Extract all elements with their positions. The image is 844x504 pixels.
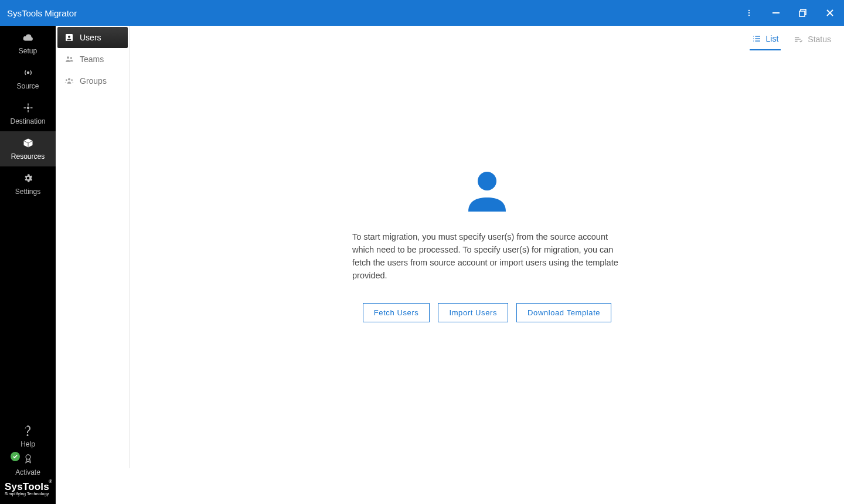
svg-point-32 [478, 172, 496, 190]
ribbon-icon [22, 453, 34, 465]
nav-help[interactable]: Help [0, 423, 56, 451]
groups-icon [64, 76, 74, 86]
app-title: SysTools Migrator [7, 8, 77, 18]
empty-state: To start migration, you must specify use… [352, 169, 622, 322]
svg-point-21 [66, 79, 67, 81]
logo-sub: Simplifying Technology [5, 492, 52, 496]
svg-point-1 [748, 12, 750, 13]
svg-point-0 [748, 10, 750, 11]
nav-label: Activate [15, 468, 40, 476]
empty-actions: Fetch Users Import Users Download Templa… [363, 303, 611, 322]
subnav-label: Groups [80, 76, 107, 86]
nav-setup[interactable]: Setup [0, 26, 56, 61]
account-box-icon [64, 33, 74, 42]
titlebar: SysTools Migrator [0, 0, 844, 26]
more-icon[interactable] [741, 5, 757, 21]
tab-status[interactable]: Status [791, 31, 833, 50]
main-content: List Status To start migration, you must… [130, 26, 844, 504]
logo-main: SysTools [5, 481, 52, 493]
tab-label: List [766, 34, 779, 43]
secondary-nav: Users Teams Groups [56, 26, 130, 468]
nav-activate[interactable]: Activate [0, 451, 56, 479]
nav-label: Destination [10, 117, 45, 125]
download-template-button[interactable]: Download Template [516, 303, 611, 322]
nav-label: Source [16, 82, 39, 90]
svg-point-8 [27, 72, 29, 74]
empty-instruction-text: To start migration, you must specify use… [352, 230, 622, 282]
window-controls [741, 5, 838, 21]
svg-point-18 [67, 56, 69, 59]
svg-point-2 [748, 15, 750, 16]
target-icon [22, 102, 34, 114]
svg-rect-5 [799, 11, 805, 16]
subnav-users[interactable]: Users [57, 27, 128, 48]
gear-icon [22, 172, 34, 184]
nav-destination[interactable]: Destination [0, 96, 56, 131]
nav-source[interactable]: Source [0, 61, 56, 96]
logo-reg: ® [49, 479, 52, 484]
check-badge-icon [11, 452, 20, 461]
nav-label: Help [21, 440, 35, 448]
tab-label: Status [808, 35, 831, 44]
user-large-icon [466, 169, 508, 214]
subnav-groups[interactable]: Groups [57, 70, 128, 91]
subnav-label: Users [80, 33, 101, 42]
svg-point-14 [26, 434, 28, 436]
maximize-icon[interactable] [795, 5, 811, 21]
svg-point-22 [71, 79, 73, 81]
teams-icon [64, 55, 74, 64]
subnav-label: Teams [80, 55, 104, 64]
svg-point-17 [68, 36, 70, 38]
nav-label: Setup [19, 47, 37, 55]
import-users-button[interactable]: Import Users [438, 303, 508, 322]
svg-point-15 [26, 455, 30, 459]
fetch-users-button[interactable]: Fetch Users [363, 303, 430, 322]
nav-label: Resources [11, 152, 45, 161]
nav-settings[interactable]: Settings [0, 166, 56, 202]
view-tabs: List Status [750, 30, 834, 50]
subnav-teams[interactable]: Teams [57, 49, 128, 70]
nav-resources[interactable]: Resources [0, 131, 56, 166]
brand-logo: SysTools Simplifying Technology ® [0, 479, 56, 500]
cloud-icon [22, 32, 34, 43]
minimize-icon[interactable] [768, 5, 784, 21]
tab-list[interactable]: List [750, 30, 781, 50]
broadcast-icon [22, 67, 34, 79]
svg-point-19 [70, 57, 72, 59]
help-icon [22, 425, 34, 437]
box-icon [22, 137, 34, 149]
close-icon[interactable] [822, 5, 838, 21]
svg-point-20 [68, 78, 70, 80]
nav-label: Settings [15, 188, 40, 196]
list-icon [752, 34, 761, 43]
primary-nav: Setup Source Destination Resources [0, 26, 56, 504]
svg-point-9 [26, 107, 29, 110]
status-icon [794, 35, 803, 44]
